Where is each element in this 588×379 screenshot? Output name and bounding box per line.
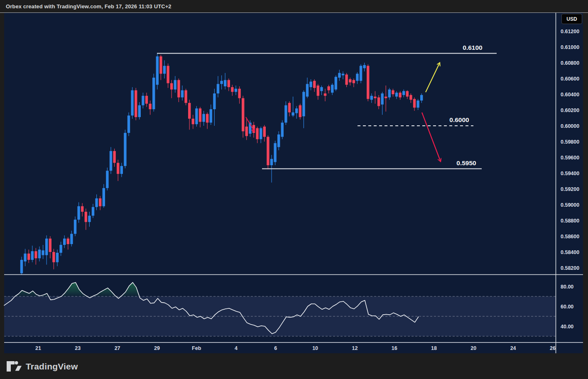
svg-text:0.58600: 0.58600	[561, 234, 579, 240]
svg-text:0.59400: 0.59400	[561, 171, 579, 176]
attribution-text: Orbex created with TradingView.com, Feb …	[6, 3, 172, 10]
svg-text:0.60000: 0.60000	[561, 123, 579, 129]
tradingview-logo-icon	[6, 360, 22, 372]
svg-text:80.00: 80.00	[561, 284, 573, 290]
svg-text:40.00: 40.00	[561, 324, 573, 330]
svg-text:0.60200: 0.60200	[561, 108, 579, 113]
svg-text:0.59200: 0.59200	[561, 186, 579, 192]
svg-text:0.60800: 0.60800	[561, 60, 579, 66]
svg-text:10: 10	[312, 345, 318, 351]
svg-text:0.59000: 0.59000	[561, 202, 579, 208]
svg-text:0.59800: 0.59800	[561, 139, 579, 145]
svg-text:27: 27	[115, 345, 120, 351]
svg-text:23: 23	[75, 345, 81, 351]
svg-text:12: 12	[352, 345, 358, 351]
attribution-bar: Orbex created with TradingView.com, Feb …	[0, 0, 588, 12]
svg-text:21: 21	[35, 345, 41, 351]
svg-text:24: 24	[510, 345, 516, 351]
svg-text:0.59600: 0.59600	[561, 155, 579, 161]
svg-text:Feb: Feb	[192, 345, 201, 351]
currency-badge[interactable]: USD	[561, 14, 582, 24]
svg-text:18: 18	[431, 345, 437, 351]
svg-text:6: 6	[274, 345, 277, 351]
svg-text:0.60600: 0.60600	[561, 76, 579, 82]
tradingview-logo-text: TradingView	[26, 362, 78, 372]
svg-text:0.61200: 0.61200	[561, 29, 579, 34]
svg-text:0.58200: 0.58200	[561, 265, 579, 271]
svg-text:16: 16	[392, 345, 397, 351]
svg-text:4: 4	[235, 345, 238, 351]
svg-text:0.58800: 0.58800	[561, 218, 579, 224]
svg-text:60.00: 60.00	[561, 304, 573, 310]
svg-text:0.61000: 0.61000	[561, 44, 579, 50]
svg-text:0.60400: 0.60400	[561, 92, 579, 98]
svg-text:20: 20	[470, 345, 476, 351]
resistance-line-label: 0.6100	[463, 44, 482, 51]
footer-bar: TradingView	[0, 354, 588, 379]
svg-text:26: 26	[550, 345, 556, 351]
tradingview-logo[interactable]: TradingView	[6, 360, 78, 372]
tradingview-chart-screenshot: 0.61000.60000.59500.612000.610000.608000…	[0, 0, 588, 379]
svg-text:0.58400: 0.58400	[561, 249, 579, 255]
pivot-line-label: 0.6000	[449, 116, 469, 123]
svg-text:29: 29	[154, 345, 160, 351]
support-line-label: 0.5950	[456, 159, 476, 166]
chart-canvas[interactable]: 0.61000.60000.59500.612000.610000.608000…	[0, 0, 588, 379]
